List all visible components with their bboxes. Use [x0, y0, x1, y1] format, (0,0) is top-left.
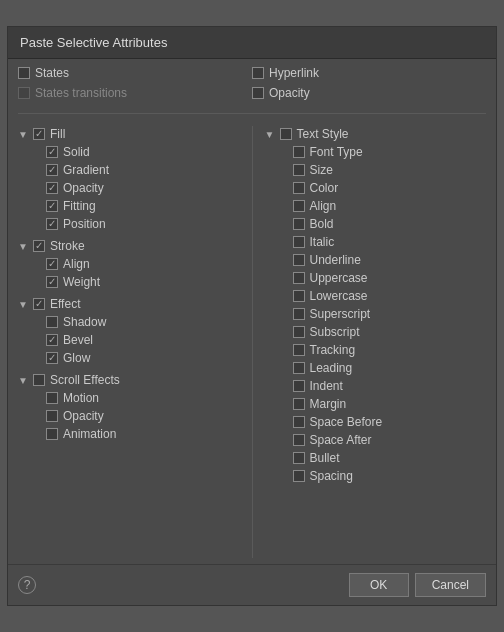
text-style-group-header[interactable]: ▼ Text Style	[265, 126, 487, 142]
ts-color-item[interactable]: Color	[265, 180, 487, 196]
effect-glow-checkbox[interactable]	[46, 352, 58, 364]
stroke-align-item[interactable]: Align	[18, 256, 240, 272]
ts-tracking-item[interactable]: Tracking	[265, 342, 487, 358]
scroll-motion-item[interactable]: Motion	[18, 390, 240, 406]
text-style-toggle-icon[interactable]: ▼	[265, 129, 275, 140]
fill-position-item[interactable]: Position	[18, 216, 240, 232]
scroll-motion-label: Motion	[63, 391, 99, 405]
opacity-top-label: Opacity	[269, 86, 310, 100]
fill-solid-item[interactable]: Solid	[18, 144, 240, 160]
ts-indent-checkbox[interactable]	[293, 380, 305, 392]
ts-lowercase-label: Lowercase	[310, 289, 368, 303]
hyperlink-checkbox[interactable]	[252, 67, 264, 79]
ts-font-type-item[interactable]: Font Type	[265, 144, 487, 160]
effect-bevel-item[interactable]: Bevel	[18, 332, 240, 348]
ts-size-item[interactable]: Size	[265, 162, 487, 178]
ts-lowercase-checkbox[interactable]	[293, 290, 305, 302]
fill-solid-checkbox[interactable]	[46, 146, 58, 158]
ts-color-checkbox[interactable]	[293, 182, 305, 194]
scroll-effects-toggle-icon[interactable]: ▼	[18, 375, 28, 386]
ts-italic-checkbox[interactable]	[293, 236, 305, 248]
ts-superscript-item[interactable]: Superscript	[265, 306, 487, 322]
help-button[interactable]: ?	[18, 576, 36, 594]
fill-opacity-checkbox[interactable]	[46, 182, 58, 194]
ts-subscript-checkbox[interactable]	[293, 326, 305, 338]
ts-tracking-checkbox[interactable]	[293, 344, 305, 356]
ts-leading-checkbox[interactable]	[293, 362, 305, 374]
fill-position-checkbox[interactable]	[46, 218, 58, 230]
ts-lowercase-item[interactable]: Lowercase	[265, 288, 487, 304]
ts-space-before-checkbox[interactable]	[293, 416, 305, 428]
ts-bullet-checkbox[interactable]	[293, 452, 305, 464]
ts-leading-item[interactable]: Leading	[265, 360, 487, 376]
fill-fitting-checkbox[interactable]	[46, 200, 58, 212]
ts-indent-item[interactable]: Indent	[265, 378, 487, 394]
scroll-opacity-checkbox[interactable]	[46, 410, 58, 422]
stroke-weight-checkbox[interactable]	[46, 276, 58, 288]
scroll-motion-checkbox[interactable]	[46, 392, 58, 404]
ts-bold-checkbox[interactable]	[293, 218, 305, 230]
ts-space-after-item[interactable]: Space After	[265, 432, 487, 448]
fill-toggle-icon[interactable]: ▼	[18, 129, 28, 140]
ts-font-type-checkbox[interactable]	[293, 146, 305, 158]
fill-gradient-item[interactable]: Gradient	[18, 162, 240, 178]
ts-bold-item[interactable]: Bold	[265, 216, 487, 232]
effect-shadow-item[interactable]: Shadow	[18, 314, 240, 330]
ts-bullet-item[interactable]: Bullet	[265, 450, 487, 466]
opacity-top-item[interactable]: Opacity	[252, 85, 486, 101]
stroke-toggle-icon[interactable]: ▼	[18, 241, 28, 252]
ts-subscript-item[interactable]: Subscript	[265, 324, 487, 340]
scroll-effects-group-header[interactable]: ▼ Scroll Effects	[18, 372, 240, 388]
ts-superscript-checkbox[interactable]	[293, 308, 305, 320]
states-transitions-item[interactable]: States transitions	[18, 85, 252, 101]
ts-margin-item[interactable]: Margin	[265, 396, 487, 412]
effect-glow-item[interactable]: Glow	[18, 350, 240, 366]
stroke-group-header[interactable]: ▼ Stroke	[18, 238, 240, 254]
ts-space-before-item[interactable]: Space Before	[265, 414, 487, 430]
fill-fitting-item[interactable]: Fitting	[18, 198, 240, 214]
ts-underline-checkbox[interactable]	[293, 254, 305, 266]
ts-align-item[interactable]: Align	[265, 198, 487, 214]
ts-align-checkbox[interactable]	[293, 200, 305, 212]
hyperlink-item[interactable]: Hyperlink	[252, 65, 486, 81]
cancel-button[interactable]: Cancel	[415, 573, 486, 597]
stroke-weight-item[interactable]: Weight	[18, 274, 240, 290]
fill-gradient-checkbox[interactable]	[46, 164, 58, 176]
ts-margin-checkbox[interactable]	[293, 398, 305, 410]
ts-spacing-checkbox[interactable]	[293, 470, 305, 482]
opacity-top-checkbox[interactable]	[252, 87, 264, 99]
ts-align-label: Align	[310, 199, 337, 213]
ts-spacing-item[interactable]: Spacing	[265, 468, 487, 484]
effect-toggle-icon[interactable]: ▼	[18, 299, 28, 310]
ts-italic-item[interactable]: Italic	[265, 234, 487, 250]
fill-solid-label: Solid	[63, 145, 90, 159]
effect-checkbox[interactable]	[33, 298, 45, 310]
states-checkbox[interactable]	[18, 67, 30, 79]
main-content: ▼ Fill Solid Gradient Opacity Fitting	[8, 120, 496, 564]
scroll-animation-item[interactable]: Animation	[18, 426, 240, 442]
paste-selective-dialog: Paste Selective Attributes States States…	[7, 26, 497, 606]
ts-size-checkbox[interactable]	[293, 164, 305, 176]
effect-group-header[interactable]: ▼ Effect	[18, 296, 240, 312]
states-item[interactable]: States	[18, 65, 252, 81]
ts-uppercase-checkbox[interactable]	[293, 272, 305, 284]
stroke-label: Stroke	[50, 239, 85, 253]
ts-underline-item[interactable]: Underline	[265, 252, 487, 268]
fill-group-header[interactable]: ▼ Fill	[18, 126, 240, 142]
fill-position-label: Position	[63, 217, 106, 231]
scroll-effects-checkbox[interactable]	[33, 374, 45, 386]
ts-space-after-checkbox[interactable]	[293, 434, 305, 446]
fill-opacity-item[interactable]: Opacity	[18, 180, 240, 196]
scroll-opacity-item[interactable]: Opacity	[18, 408, 240, 424]
ok-button[interactable]: OK	[349, 573, 409, 597]
effect-bevel-checkbox[interactable]	[46, 334, 58, 346]
text-style-checkbox[interactable]	[280, 128, 292, 140]
states-transitions-checkbox[interactable]	[18, 87, 30, 99]
effect-shadow-checkbox[interactable]	[46, 316, 58, 328]
ts-uppercase-label: Uppercase	[310, 271, 368, 285]
scroll-animation-checkbox[interactable]	[46, 428, 58, 440]
stroke-checkbox[interactable]	[33, 240, 45, 252]
stroke-align-checkbox[interactable]	[46, 258, 58, 270]
fill-checkbox[interactable]	[33, 128, 45, 140]
ts-uppercase-item[interactable]: Uppercase	[265, 270, 487, 286]
